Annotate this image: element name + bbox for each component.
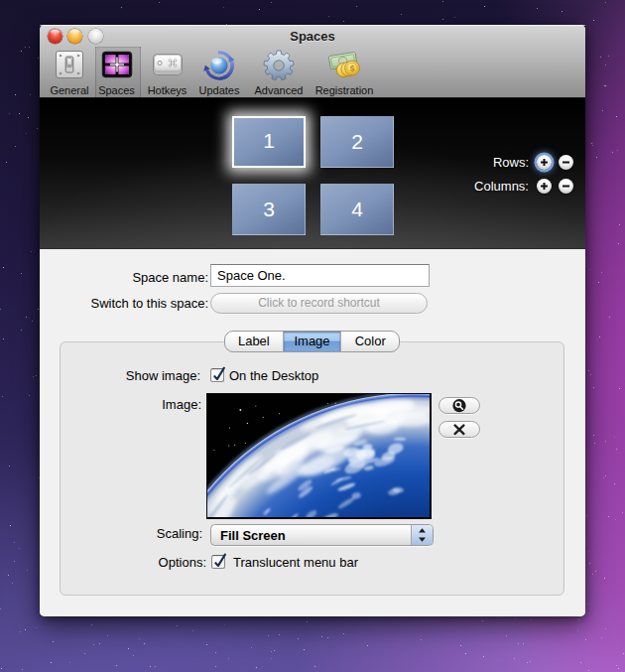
svg-text:$: $ xyxy=(350,64,355,73)
